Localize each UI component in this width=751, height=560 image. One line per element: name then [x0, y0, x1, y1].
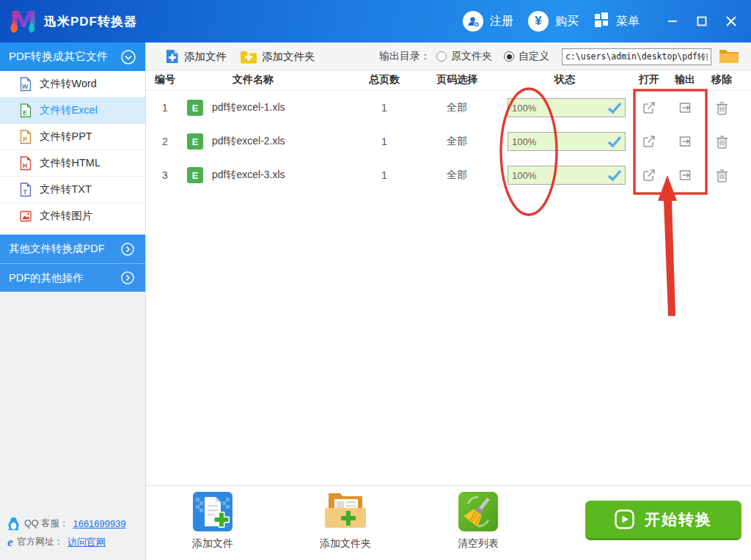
clear-list-button[interactable]: 清空列表: [434, 492, 522, 550]
add-file-button[interactable]: 添加文件: [165, 43, 227, 70]
add-file-big-button[interactable]: 添加文件: [169, 492, 257, 550]
chevron-right-circle-icon: [120, 242, 135, 257]
minimize-button[interactable]: [660, 9, 685, 34]
file-name: pdf转excel-3.xls: [212, 169, 285, 182]
sidebar-header-pdf-to-other[interactable]: PDF转换成其它文件: [0, 43, 145, 71]
buy-label: 购买: [555, 14, 579, 29]
col-header-output: 输出: [670, 73, 700, 86]
register-label: 注册: [490, 14, 513, 29]
add-file-label: 添加文件: [184, 50, 227, 64]
sidebar-group-pdf-other-ops[interactable]: PDF的其他操作: [0, 263, 145, 292]
check-icon: [607, 135, 622, 148]
folder-icon: [719, 48, 739, 64]
register-user-icon: [463, 11, 483, 32]
col-header-num: 编号: [150, 73, 180, 86]
table-header: 编号 文件名称 总页数 页码选择 状态 打开 输出 移除: [146, 70, 751, 91]
output-path-input[interactable]: [562, 48, 711, 65]
open-output-button[interactable]: [676, 99, 694, 117]
trash-icon: [715, 134, 729, 149]
remove-file-button[interactable]: [713, 99, 730, 117]
sidebar-group-label: 其他文件转换成PDF: [9, 242, 120, 256]
svg-text:E: E: [23, 108, 27, 116]
sidebar-item-label: 文件转TXT: [40, 183, 92, 196]
add-folder-label: 添加文件夹: [262, 50, 315, 64]
txt-file-icon: T: [19, 183, 32, 197]
bottom-action-bar: 添加文件: [146, 485, 751, 560]
qq-number-link[interactable]: 1661699939: [73, 518, 125, 529]
site-label: 官方网址：: [18, 536, 64, 548]
svg-text:T: T: [23, 188, 27, 195]
page-count: 1: [362, 102, 406, 114]
add-folder-big-label: 添加文件夹: [320, 537, 371, 550]
grid-menu-icon: [593, 12, 609, 31]
clear-list-icon: [458, 492, 499, 531]
qq-label: QQ 客服：: [24, 517, 68, 530]
official-site-link[interactable]: 访问官网: [67, 536, 106, 549]
open-output-button[interactable]: [676, 133, 694, 150]
add-folder-big-button[interactable]: 添加文件夹: [301, 492, 389, 550]
add-folder-button[interactable]: 添加文件夹: [240, 43, 315, 70]
sidebar-item-to-html[interactable]: H 文件转HTML: [0, 150, 145, 177]
file-name: pdf转excel-2.xls: [212, 135, 285, 148]
progress-value: 100%: [508, 170, 607, 181]
table-row: 1 E pdf转excel-1.xls 1 全部 100%: [146, 91, 751, 125]
remove-file-button[interactable]: [713, 133, 730, 150]
trash-icon: [715, 168, 729, 183]
remove-file-button[interactable]: [713, 166, 730, 184]
image-file-icon: [19, 209, 32, 224]
qq-support-line: QQ 客服： 1661699939: [7, 515, 143, 533]
browse-folder-button[interactable]: [718, 48, 740, 65]
open-file-button[interactable]: [640, 133, 658, 150]
start-convert-label: 开始转换: [645, 509, 712, 530]
close-button[interactable]: [719, 9, 744, 34]
sidebar-item-to-excel[interactable]: E 文件转Excel: [0, 97, 145, 124]
svg-text:W: W: [22, 82, 29, 89]
titlebar-actions: 注册 ¥ 购买 菜单: [458, 8, 744, 34]
yuan-icon: ¥: [528, 11, 549, 32]
sidebar-group-label: PDF的其他操作: [9, 271, 120, 285]
register-button[interactable]: 注册: [458, 8, 518, 34]
sidebar-item-to-ppt[interactable]: P 文件转PPT: [0, 124, 145, 150]
open-file-button[interactable]: [640, 166, 658, 184]
window-controls: [660, 9, 744, 34]
maximize-button[interactable]: [689, 9, 714, 34]
output-arrow-icon: [678, 168, 692, 183]
html-file-icon: H: [19, 156, 32, 171]
progress-bar: 100%: [508, 166, 626, 185]
table-row: 3 E pdf转excel-3.xls 1 全部 100%: [146, 158, 751, 192]
page-count: 1: [362, 136, 406, 147]
add-file-icon: [165, 48, 180, 65]
start-convert-button[interactable]: 开始转换: [585, 501, 741, 540]
col-header-status: 状态: [543, 73, 587, 86]
open-external-icon: [642, 168, 656, 183]
progress-bar: 100%: [508, 98, 626, 117]
sidebar-header-label: PDF转换成其它文件: [9, 50, 120, 64]
add-folder-big-icon: [324, 492, 367, 531]
progress-value: 100%: [508, 103, 607, 114]
sidebar-item-to-word[interactable]: W 文件转Word: [0, 71, 145, 97]
page-count: 1: [362, 169, 406, 181]
clear-list-label: 清空列表: [458, 537, 499, 550]
sidebar-group-other-to-pdf[interactable]: 其他文件转换成PDF: [0, 235, 145, 263]
radio-custom-folder[interactable]: 自定义: [504, 43, 549, 70]
open-output-button[interactable]: [676, 166, 694, 184]
sidebar-gap: [0, 229, 145, 235]
check-icon: [607, 101, 622, 114]
excel-file-icon: E: [19, 103, 32, 118]
radio-original-folder[interactable]: 原文件夹: [436, 43, 492, 70]
sidebar-item-to-image[interactable]: 文件转图片: [0, 203, 145, 229]
file-list: 1 E pdf转excel-1.xls 1 全部 100%: [146, 91, 751, 192]
open-file-button[interactable]: [640, 99, 658, 117]
radio-original-label: 原文件夹: [451, 50, 492, 63]
menu-button[interactable]: 菜单: [589, 9, 644, 34]
sidebar-footer: QQ 客服： 1661699939 e 官方网址： 访问官网: [7, 515, 143, 551]
col-header-name: 文件名称: [194, 73, 312, 86]
check-icon: [607, 169, 622, 182]
excel-badge-icon: E: [187, 167, 203, 183]
radio-dot-icon: [504, 51, 514, 62]
sidebar-item-label: 文件转PPT: [40, 130, 92, 144]
buy-button[interactable]: ¥ 购买: [524, 8, 583, 34]
add-folder-icon: [240, 49, 257, 64]
col-header-open: 打开: [634, 73, 664, 86]
sidebar-item-to-txt[interactable]: T 文件转TXT: [0, 177, 145, 203]
